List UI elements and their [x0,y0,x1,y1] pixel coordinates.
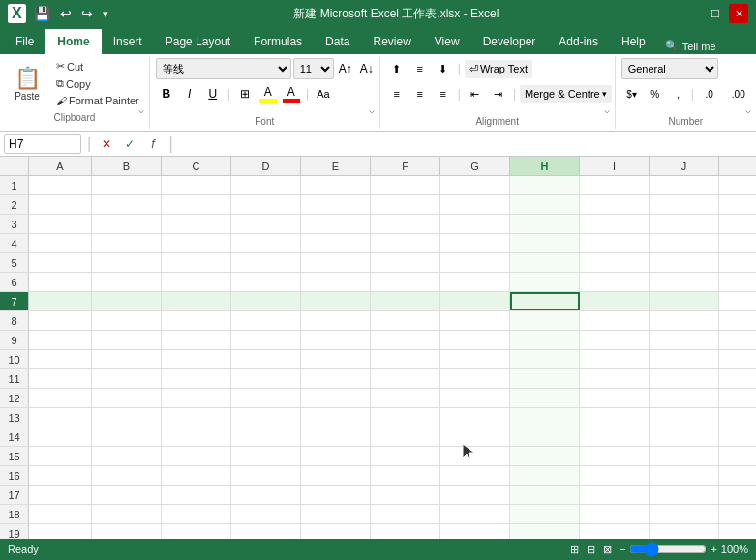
row-number-19[interactable]: 19 [0,524,29,539]
cell-b13[interactable] [92,408,162,427]
cell-reference-box[interactable] [4,134,81,154]
cell-g4[interactable] [440,234,510,252]
cell-f17[interactable] [371,486,440,504]
row-number-2[interactable]: 2 [0,195,29,214]
cell-c9[interactable] [162,331,231,349]
cell-d12[interactable] [231,389,301,407]
cell-c3[interactable] [162,215,231,233]
cell-g3[interactable] [440,215,510,233]
cell-b9[interactable] [92,331,162,349]
copy-button[interactable]: ⧉ Copy [52,75,143,92]
formula-input[interactable] [179,134,752,154]
close-button[interactable]: ✕ [729,4,748,23]
alignment-expand-icon[interactable]: ⌵ [601,103,613,115]
cell-j16[interactable] [650,466,719,485]
cell-j19[interactable] [650,524,719,539]
cell-h3[interactable] [510,215,580,233]
cell-g17[interactable] [440,486,510,504]
cell-i10[interactable] [580,350,650,368]
tab-help[interactable]: Help [610,29,657,54]
col-header-c[interactable]: C [162,157,231,175]
tab-add-ins[interactable]: Add-ins [547,29,610,54]
cell-b7[interactable] [92,292,162,310]
cell-g10[interactable] [440,350,510,368]
cell-d2[interactable] [231,195,301,214]
cell-f10[interactable] [371,350,440,368]
cell-d14[interactable] [231,427,301,446]
percent-button[interactable]: % [645,83,666,104]
cell-d8[interactable] [231,311,301,330]
cell-f5[interactable] [371,253,440,272]
cell-i8[interactable] [580,311,650,330]
cell-c14[interactable] [162,427,231,446]
paste-button[interactable]: 📋 Paste [6,58,48,108]
cell-j4[interactable] [650,234,719,252]
row-number-10[interactable]: 10 [0,350,29,368]
cell-h2[interactable] [510,195,580,214]
cell-c5[interactable] [162,253,231,272]
cell-i7[interactable] [580,292,650,310]
cell-a13[interactable] [29,408,92,427]
col-header-h[interactable]: H [510,157,580,175]
cell-c13[interactable] [162,408,231,427]
cell-c15[interactable] [162,447,231,465]
col-header-i[interactable]: I [580,157,650,175]
cell-c19[interactable] [162,524,231,539]
cell-e7[interactable] [301,292,371,310]
cell-a16[interactable] [29,466,92,485]
row-number-5[interactable]: 5 [0,253,29,272]
row-number-16[interactable]: 16 [0,466,29,485]
cell-g12[interactable] [440,389,510,407]
cell-b10[interactable] [92,350,162,368]
row-number-14[interactable]: 14 [0,427,29,446]
cell-g14[interactable] [440,427,510,446]
align-center-button[interactable]: ≡ [409,83,431,104]
font-size-select[interactable]: 11 [293,58,334,79]
cell-a1[interactable] [29,176,92,194]
cell-d10[interactable] [231,350,301,368]
cell-e14[interactable] [301,427,371,446]
insert-function-button[interactable]: f [143,134,163,154]
view-pagebreak-button[interactable]: ⊠ [603,544,612,556]
font-color-button[interactable]: A [281,83,302,104]
cell-j3[interactable] [650,215,719,233]
cell-g15[interactable] [440,447,510,465]
cell-h17[interactable] [510,486,580,504]
cell-c1[interactable] [162,176,231,194]
cell-f4[interactable] [371,234,440,252]
cell-h12[interactable] [510,389,580,407]
minimize-button[interactable]: — [682,4,702,23]
cell-e8[interactable] [301,311,371,330]
merge-dropdown-icon[interactable]: ▾ [602,89,607,99]
row-number-9[interactable]: 9 [0,331,29,349]
cell-e15[interactable] [301,447,371,465]
cell-e17[interactable] [301,486,371,504]
cell-d5[interactable] [231,253,301,272]
cut-button[interactable]: ✂ Cut [52,58,143,74]
cell-i6[interactable] [580,273,650,291]
row-number-13[interactable]: 13 [0,408,29,427]
cell-h19[interactable] [510,524,580,539]
tab-view[interactable]: View [423,29,471,54]
cell-b1[interactable] [92,176,162,194]
redo-icon[interactable]: ↪ [79,4,95,23]
col-header-g[interactable]: G [440,157,510,175]
cell-a2[interactable] [29,195,92,214]
cell-i17[interactable] [580,486,650,504]
col-header-f[interactable]: F [371,157,440,175]
cell-i12[interactable] [580,389,650,407]
fill-color-button[interactable]: A [257,83,279,104]
cell-b18[interactable] [92,505,162,523]
align-middle-button[interactable]: ≡ [409,58,431,79]
tab-formulas[interactable]: Formulas [242,29,314,54]
cell-e4[interactable] [301,234,371,252]
cell-h7[interactable] [510,292,580,310]
decrease-decimal-button[interactable]: .00 [725,83,752,104]
customize-icon[interactable]: ▾ [101,6,110,22]
italic-button[interactable]: I [179,83,200,104]
cell-b3[interactable] [92,215,162,233]
cell-j14[interactable] [650,427,719,446]
cell-h1[interactable] [510,176,580,194]
maximize-button[interactable]: ☐ [706,4,725,23]
currency-button[interactable]: $▾ [621,83,643,104]
